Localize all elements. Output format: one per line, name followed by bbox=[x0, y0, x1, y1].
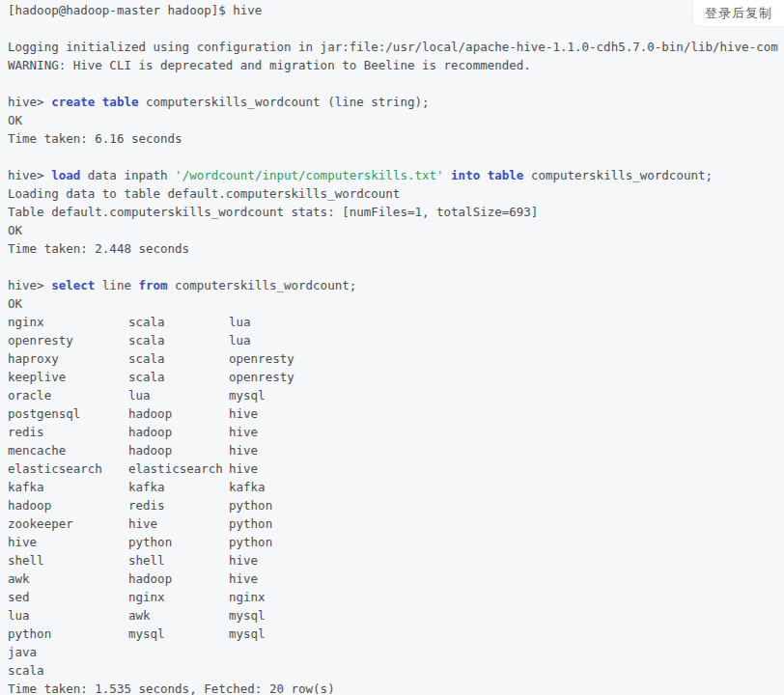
table-cell: lua bbox=[128, 386, 229, 404]
terminal-line: kafkakafkakafka bbox=[8, 478, 784, 496]
table-cell: haproxy bbox=[8, 349, 128, 368]
table-cell: elasticsearch bbox=[128, 459, 229, 478]
plain-text: Time taken: 6.16 seconds bbox=[8, 131, 182, 146]
terminal-line: WARNING: Hive CLI is deprecated and migr… bbox=[8, 56, 784, 74]
terminal-line: hive> load data inpath '/wordcount/input… bbox=[8, 166, 784, 184]
terminal-line: openrestyscalalua bbox=[8, 331, 784, 349]
plain-text: computerskills_wordcount (line string); bbox=[138, 95, 429, 109]
terminal-line: hivepythonpython bbox=[8, 533, 784, 551]
table-cell: mysql bbox=[229, 625, 266, 643]
table-cell: openresty bbox=[8, 331, 128, 349]
table-cell: hive bbox=[8, 533, 128, 551]
table-cell: python bbox=[128, 533, 229, 551]
terminal-line: nginxscalalua bbox=[8, 313, 784, 331]
terminal-line: postgensqlhadoophive bbox=[8, 404, 784, 423]
table-cell: shell bbox=[128, 551, 229, 570]
terminal-line: luaawkmysql bbox=[8, 606, 784, 625]
table-cell: mysql bbox=[229, 606, 266, 625]
plain-text: hive> bbox=[8, 168, 51, 182]
table-cell: redis bbox=[128, 496, 229, 514]
terminal-line: keeplivescalaopenresty bbox=[8, 368, 784, 386]
terminal-line: hive> create table computerskills_wordco… bbox=[8, 93, 784, 111]
table-cell: scala bbox=[8, 661, 128, 680]
table-cell: python bbox=[229, 533, 272, 551]
terminal-line: mencachehadoophive bbox=[8, 441, 784, 459]
terminal-line: haproxyscalaopenresty bbox=[8, 349, 784, 368]
sql-string: '/wordcount/input/computerskills.txt' bbox=[175, 168, 443, 182]
table-cell: mencache bbox=[8, 441, 128, 459]
plain-text: computerskills_wordcount; bbox=[168, 278, 357, 292]
table-cell: hadoop bbox=[128, 423, 229, 441]
terminal-line: Time taken: 6.16 seconds bbox=[8, 129, 784, 148]
table-cell: nginx bbox=[229, 588, 266, 606]
table-cell: kafka bbox=[128, 478, 229, 496]
table-cell: awk bbox=[128, 606, 229, 625]
sql-keyword: load bbox=[51, 168, 80, 182]
table-cell: openresty bbox=[229, 368, 294, 386]
table-cell: postgensql bbox=[8, 404, 128, 423]
terminal-line: OK bbox=[8, 221, 784, 239]
plain-text: OK bbox=[8, 296, 22, 311]
terminal-line: oracleluamysql bbox=[8, 386, 784, 404]
terminal-line: Loading data to table default.computersk… bbox=[8, 184, 784, 203]
plain-text: hive> bbox=[8, 278, 51, 292]
login-to-copy-button[interactable]: 登录后复制 bbox=[692, 0, 784, 27]
terminal-line: OK bbox=[8, 111, 784, 129]
terminal-line bbox=[8, 258, 784, 276]
terminal-line: scala bbox=[8, 661, 784, 680]
sql-keyword: create table bbox=[51, 95, 138, 109]
table-cell: shell bbox=[8, 551, 128, 570]
terminal-line: Time taken: 2.448 seconds bbox=[8, 239, 784, 258]
table-cell: python bbox=[229, 496, 272, 514]
table-cell: kafka bbox=[229, 478, 266, 496]
table-cell: scala bbox=[128, 313, 229, 331]
table-cell: nginx bbox=[128, 588, 229, 606]
terminal-line: shellshellhive bbox=[8, 551, 784, 570]
terminal-line: pythonmysqlmysql bbox=[8, 625, 784, 643]
plain-text: line bbox=[95, 278, 138, 292]
terminal-output: [hadoop@hadoop-master hadoop]$ hiveLoggi… bbox=[8, 1, 784, 695]
table-cell: hadoop bbox=[128, 441, 229, 459]
terminal-line: zookeeperhivepython bbox=[8, 514, 784, 533]
table-cell: hive bbox=[229, 570, 258, 588]
table-cell: mysql bbox=[229, 386, 266, 404]
terminal-line: hadoopredispython bbox=[8, 496, 784, 514]
plain-text: computerskills_wordcount; bbox=[523, 168, 713, 182]
sql-keyword: from bbox=[138, 278, 167, 292]
terminal-line: awkhadoophive bbox=[8, 570, 784, 588]
table-cell: java bbox=[8, 643, 128, 661]
terminal-line bbox=[8, 74, 784, 93]
table-cell: hadoop bbox=[128, 404, 229, 423]
table-cell: lua bbox=[8, 606, 128, 625]
sql-keyword: select bbox=[51, 278, 95, 292]
table-cell: hive bbox=[229, 404, 258, 423]
plain-text: WARNING: Hive CLI is deprecated and migr… bbox=[8, 58, 531, 72]
terminal-code-block: [hadoop@hadoop-master hadoop]$ hiveLoggi… bbox=[0, 0, 784, 695]
table-cell: awk bbox=[8, 570, 128, 588]
terminal-line bbox=[8, 148, 784, 166]
table-cell: scala bbox=[128, 349, 229, 368]
terminal-line: sednginxnginx bbox=[8, 588, 784, 606]
terminal-line bbox=[8, 19, 784, 38]
plain-text bbox=[444, 168, 452, 182]
terminal-line: Time taken: 1.535 seconds, Fetched: 20 r… bbox=[8, 680, 784, 695]
terminal-line: elasticsearchelasticsearchhive bbox=[8, 459, 784, 478]
plain-text: Time taken: 1.535 seconds, Fetched: 20 r… bbox=[8, 681, 335, 695]
terminal-line: Logging initialized using configuration … bbox=[8, 38, 784, 56]
table-cell: sed bbox=[8, 588, 128, 606]
terminal-line: hive> select line from computerskills_wo… bbox=[8, 276, 784, 294]
terminal-line: Table default.computerskills_wordcount s… bbox=[8, 203, 784, 221]
table-cell: scala bbox=[128, 368, 229, 386]
plain-text: OK bbox=[8, 223, 22, 237]
table-cell: nginx bbox=[8, 313, 128, 331]
plain-text: Logging initialized using configuration … bbox=[8, 40, 778, 54]
terminal-line: java bbox=[8, 643, 784, 661]
table-cell: hive bbox=[229, 441, 258, 459]
table-cell: mysql bbox=[128, 625, 229, 643]
table-cell: keeplive bbox=[8, 368, 128, 386]
table-cell: lua bbox=[229, 331, 251, 349]
table-cell: redis bbox=[8, 423, 128, 441]
table-cell: hive bbox=[229, 459, 258, 478]
table-cell: oracle bbox=[8, 386, 128, 404]
table-cell: hadoop bbox=[128, 570, 229, 588]
